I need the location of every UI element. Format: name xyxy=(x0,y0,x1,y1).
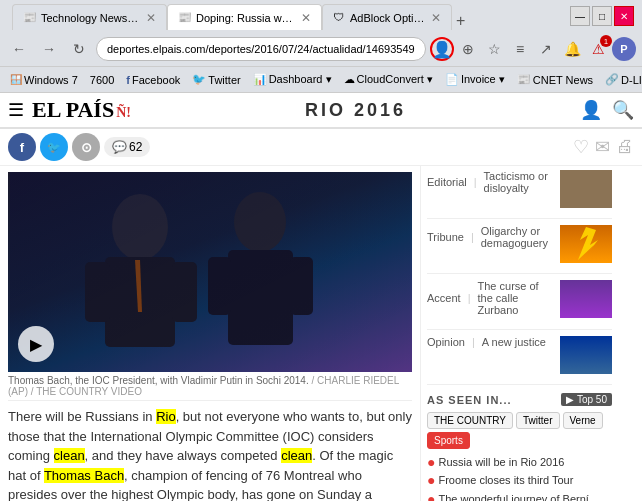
bookmark-dlink[interactable]: 🔗 D-LINK SYSTEMS, xyxy=(601,72,642,87)
tab2-close[interactable]: ✕ xyxy=(301,11,311,25)
heart-icon[interactable]: ♡ xyxy=(573,136,589,158)
dlink-icon: 🔗 xyxy=(605,73,619,86)
article-column: ▶ Thomas Bach, the IOC President, with V… xyxy=(0,166,420,501)
rio-banner: RIO 2016 xyxy=(305,100,406,120)
bookmark-facebook-label: Facebook xyxy=(132,74,180,86)
fire-svg xyxy=(560,225,612,263)
external-link-icon[interactable]: ↗ xyxy=(534,37,558,61)
comment-button[interactable]: 💬 62 xyxy=(104,137,150,157)
twitter-share-button[interactable]: 🐦 xyxy=(40,133,68,161)
browser-chrome: 📰 Technology News, Tips, Rev ✕ 📰 Doping:… xyxy=(0,0,642,93)
cloudconvert-icon: ☁ xyxy=(344,73,355,86)
alert-icon[interactable]: ⚠ 1 xyxy=(586,37,610,61)
tag-the-country[interactable]: THE COUNTRY xyxy=(427,412,513,429)
tab-bar: 📰 Technology News, Tips, Rev ✕ 📰 Doping:… xyxy=(8,2,570,30)
svg-rect-9 xyxy=(10,172,410,372)
article-image-svg xyxy=(10,172,410,372)
sidebar-divider-2 xyxy=(427,273,612,274)
menu-icon[interactable]: ≡ xyxy=(508,37,532,61)
hamburger-menu[interactable]: ☰ xyxy=(8,99,24,121)
image-caption: Thomas Bach, the IOC President, with Vla… xyxy=(8,372,412,401)
bookmark-star-icon[interactable]: ☆ xyxy=(482,37,506,61)
bookmark-cloudconvert-label: CloudConvert ▾ xyxy=(357,73,433,86)
bullet-2: ● xyxy=(427,473,435,487)
bookmark-7600-label: 7600 xyxy=(90,74,114,86)
bookmark-twitter-label: Twitter xyxy=(208,74,240,86)
bookmark-invoice[interactable]: 📄 Invoice ▾ xyxy=(441,72,509,87)
bookmark-dashboard-label: Dashboard ▾ xyxy=(269,73,332,86)
search-icon[interactable]: 🔍 xyxy=(612,99,634,121)
bookmark-twitter[interactable]: 🐦 Twitter xyxy=(188,72,244,87)
bookmarks-bar: 🪟 Windows 7 7600 f Facebook 🐦 Twitter 📊 … xyxy=(0,66,642,92)
tab3-favicon: 🛡 xyxy=(333,11,346,25)
email-icon[interactable]: ✉ xyxy=(595,136,610,158)
bookmark-7600[interactable]: 7600 xyxy=(86,73,118,87)
close-button[interactable]: ✕ xyxy=(614,6,634,26)
tag-twitter[interactable]: Twitter xyxy=(516,412,559,429)
tag-verne[interactable]: Verne xyxy=(563,412,603,429)
profile-icon[interactable]: P xyxy=(612,37,636,61)
bookmark-dashboard[interactable]: 📊 Dashboard ▾ xyxy=(249,72,336,87)
right-social-icons: ♡ ✉ 🖨 xyxy=(573,136,634,158)
sidebar-divider-4 xyxy=(427,384,612,385)
as-seen-label: AS SEEN IN... xyxy=(427,394,512,406)
video-play-button[interactable]: ▶ xyxy=(18,326,54,362)
bookmark-windows7-label: Windows 7 xyxy=(24,74,78,86)
dashboard-icon: 📊 xyxy=(253,73,267,86)
editorial-thumb xyxy=(560,170,612,208)
bookmark-dlink-label: D-LINK SYSTEMS, xyxy=(621,74,642,86)
tab-adblock[interactable]: 🛡 AdBlock Options ✕ xyxy=(322,4,452,30)
bookmark-facebook[interactable]: f Facebook xyxy=(122,73,184,87)
user-icon[interactable]: 👤 xyxy=(580,99,602,121)
opinion-label: Opinion | A new justice xyxy=(427,336,554,348)
sidebar-tribune[interactable]: Tribune | Oligarchy or demagoguery xyxy=(427,225,612,263)
back-button[interactable]: ← xyxy=(6,36,32,62)
tab2-label: Doping: Russia will be i xyxy=(196,12,295,24)
toolbar-icons: 👤 ⊕ ☆ ≡ ↗ 🔔 ⚠ 1 P xyxy=(430,37,636,61)
minimize-button[interactable]: — xyxy=(570,6,590,26)
sidebar-column: Editorial | Tacticismo or disloyalty Tri… xyxy=(420,166,618,501)
tab-doping[interactable]: 📰 Doping: Russia will be i ✕ xyxy=(167,4,322,30)
site-logo: EL PAÍSÑ! xyxy=(32,97,131,123)
logo-symbol: Ñ! xyxy=(116,105,131,120)
highlight-clean1: clean xyxy=(54,448,85,463)
as-seen-header: AS SEEN IN... ▶ Top 50 xyxy=(427,393,612,406)
share-button[interactable]: ⊙ xyxy=(72,133,100,161)
opinion-thumb xyxy=(560,336,612,374)
maximize-button[interactable]: □ xyxy=(592,6,612,26)
sidebar-opinion[interactable]: Opinion | A new justice xyxy=(427,336,612,374)
article-paragraph-1: There will be Russians in Rio, but not e… xyxy=(8,407,412,501)
refresh-button[interactable]: ↻ xyxy=(66,36,92,62)
cnet-icon: 📰 xyxy=(517,73,531,86)
toolbar-icon-1[interactable]: ⊕ xyxy=(456,37,480,61)
tag-buttons: THE COUNTRY Twitter Verne Sports xyxy=(427,412,612,449)
seen-article-2[interactable]: ● Froome closes its third Tour xyxy=(427,473,612,487)
bookmark-cnetnews[interactable]: 📰 CNET News xyxy=(513,72,597,87)
top50-button[interactable]: ▶ Top 50 xyxy=(561,393,612,406)
sidebar-accent[interactable]: Accent | The curse of the calle Zurbano xyxy=(427,280,612,319)
seen-article-1-text: Russia will be in Rio 2016 xyxy=(438,455,564,469)
tab3-close[interactable]: ✕ xyxy=(431,11,441,25)
sidebar-divider-3 xyxy=(427,329,612,330)
tab1-label: Technology News, Tips, Rev xyxy=(41,12,140,24)
notification-icon[interactable]: 🔔 xyxy=(560,37,584,61)
print-icon[interactable]: 🖨 xyxy=(616,136,634,158)
url-input[interactable] xyxy=(96,37,426,61)
extensions-icon[interactable]: 👤 xyxy=(430,37,454,61)
tab-technology[interactable]: 📰 Technology News, Tips, Rev ✕ xyxy=(12,4,167,30)
bookmark-windows7[interactable]: 🪟 Windows 7 xyxy=(6,73,82,87)
forward-button[interactable]: → xyxy=(36,36,62,62)
seen-article-2-text: Froome closes its third Tour xyxy=(438,473,573,487)
sidebar-editorial[interactable]: Editorial | Tacticismo or disloyalty xyxy=(427,170,612,208)
tab1-close[interactable]: ✕ xyxy=(146,11,156,25)
seen-article-3[interactable]: ● The wonderful journey of Berní Rodrigu… xyxy=(427,492,612,501)
highlight-thomas-bach: Thomas Bach xyxy=(44,468,124,483)
main-content-area: ▶ Thomas Bach, the IOC President, with V… xyxy=(0,166,642,501)
new-tab-button[interactable]: + xyxy=(452,12,469,30)
bookmark-cloudconvert[interactable]: ☁ CloudConvert ▾ xyxy=(340,72,437,87)
tag-sports[interactable]: Sports xyxy=(427,432,470,449)
seen-article-1[interactable]: ● Russia will be in Rio 2016 xyxy=(427,455,612,469)
accent-label: Accent | The curse of the calle Zurbano xyxy=(427,280,554,316)
facebook-share-button[interactable]: f xyxy=(8,133,36,161)
invoice-icon: 📄 xyxy=(445,73,459,86)
